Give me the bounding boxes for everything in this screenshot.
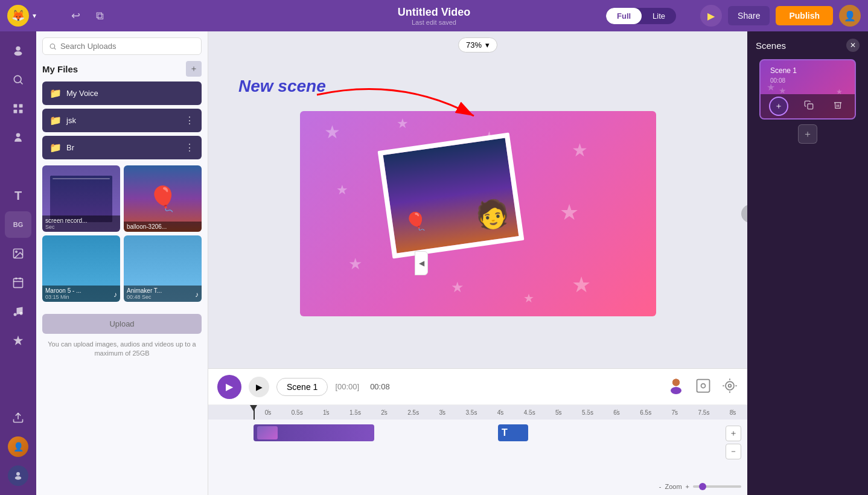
scene-card-1[interactable]: Scene 1 00:08 ★ ★ ★ ＋	[759, 59, 856, 120]
timeline-tracks[interactable]: T ＋ － - Zoom +	[208, 420, 747, 495]
canvas-scenes-area: 73% ▾ ★ ★ ★ ★ ★ ★ ★ ★ ★ ★ ★	[208, 31, 868, 495]
folder-jsk[interactable]: 📁 jsk ⋮	[42, 109, 202, 132]
svg-line-21	[54, 48, 56, 49]
media-label: balloon-3206...	[124, 222, 202, 232]
svg-point-25	[672, 378, 680, 386]
media-item-animaker[interactable]: Animaker T... 00:48 Sec ♪	[124, 235, 202, 302]
logo-caret[interactable]: ▾	[33, 11, 36, 20]
folder-icon: 📁	[49, 115, 62, 126]
sidebar-item-search[interactable]	[5, 66, 31, 93]
share-button[interactable]: Share	[728, 6, 770, 25]
folder-more-icon[interactable]: ⋮	[185, 142, 194, 153]
svg-point-15	[14, 313, 17, 316]
sidebar-item-media[interactable]	[5, 95, 31, 122]
sidebar-item-image[interactable]	[5, 240, 31, 267]
star-decoration: ★	[560, 202, 579, 223]
duplicate-scene-button[interactable]	[800, 97, 817, 113]
scenes-close-button[interactable]: ✕	[846, 39, 860, 52]
logo[interactable]: 🦊	[7, 5, 29, 27]
playhead[interactable]	[254, 405, 255, 420]
scene-card-name: Scene 1	[765, 64, 850, 77]
character-playback-icon[interactable]	[667, 378, 685, 396]
search-input[interactable]	[60, 42, 195, 51]
ruler-ticks: 0s 0.5s 1s 1.5s 2s 2.5s 3s 3.5s 4s 4.5s …	[208, 409, 747, 416]
svg-point-28	[726, 382, 734, 390]
scenes-title: Scenes	[756, 40, 786, 51]
sidebar-item-calendar[interactable]	[5, 269, 31, 296]
redo-button[interactable]: ⧉	[91, 7, 109, 25]
canvas-top-bar: 73% ▾	[208, 31, 747, 59]
folder-br[interactable]: 📁 Br ⋮	[42, 136, 202, 159]
my-files-title: My Files	[42, 64, 78, 74]
media-item-balloon[interactable]: 🎈 balloon-3206...	[124, 165, 202, 232]
mode-full-btn[interactable]: Full	[606, 8, 642, 24]
tick-2.5s: 2.5s	[399, 409, 428, 416]
text-track-clip[interactable]: T	[498, 424, 528, 441]
zoom-out-btn[interactable]: －	[726, 444, 741, 459]
tick-6s: 6s	[602, 409, 631, 416]
sidebar-item-bg[interactable]: BG	[5, 211, 31, 238]
sidebar-item-text[interactable]: T	[5, 182, 31, 209]
icon-sidebar: T BG 👤	[0, 31, 36, 495]
sidebar-user-avatar[interactable]: 👤	[5, 433, 31, 460]
preview-play-btn[interactable]: ▶	[700, 5, 722, 27]
sidebar-item-effects[interactable]	[5, 327, 31, 354]
user-avatar[interactable]: 👤	[839, 5, 861, 27]
tick-2s: 2s	[370, 409, 399, 416]
sidebar-user-icon[interactable]	[5, 462, 31, 489]
playback-icons	[667, 377, 738, 397]
svg-point-27	[701, 383, 706, 388]
folder-more-icon[interactable]: ⋮	[185, 115, 194, 126]
global-play-button[interactable]: ▶	[217, 375, 241, 399]
media-item-maroon5[interactable]: Maroon 5 - ... 03:15 Min ♪	[42, 235, 120, 302]
topbar: 🦊 ▾ ↩ ⧉ Untitled Video Last edit saved F…	[0, 0, 868, 31]
sidebar-item-avatar[interactable]	[5, 37, 31, 64]
upload-button[interactable]: Upload	[42, 314, 202, 334]
zoom-plus[interactable]: +	[686, 483, 689, 490]
delete-scene-button[interactable]	[829, 97, 846, 113]
scene-card-wrapper: Scene 1 00:08 ★ ★ ★ ＋	[747, 59, 868, 120]
video-title[interactable]: Untitled Video	[398, 6, 471, 19]
svg-rect-11	[14, 278, 23, 287]
zoom-indicator[interactable]: 73% ▾	[458, 37, 497, 53]
folder-my-voice[interactable]: 📁 My Voice	[42, 81, 202, 105]
sidebar-item-upload[interactable]	[5, 404, 31, 431]
canvas-frame[interactable]: ★ ★ ★ ★ ★ ★ ★ ★ ★ ★ ★ 🧑 🎈	[300, 111, 656, 316]
delete-icon	[833, 100, 843, 110]
mode-lite-btn[interactable]: Lite	[642, 8, 676, 24]
zoom-dropdown-icon: ▾	[485, 40, 490, 50]
camera-icon-btn[interactable]	[721, 377, 738, 397]
arrow-annotation	[311, 83, 492, 131]
sidebar-item-music[interactable]	[5, 298, 31, 325]
sidebar-item-props[interactable]	[5, 153, 31, 180]
collapse-panel-button[interactable]: ◀	[415, 251, 428, 275]
add-folder-button[interactable]: ＋	[186, 61, 202, 77]
undo-button[interactable]: ↩	[66, 7, 85, 25]
scene-settings-icon[interactable]	[695, 377, 712, 397]
timeline-section: ▶ ▶ Scene 1 [00:00] 00:08	[208, 368, 747, 495]
scene-play-button[interactable]: ▶	[249, 377, 269, 397]
add-new-scene-button[interactable]: ＋	[798, 124, 817, 144]
zoom-slider-thumb	[699, 483, 706, 490]
upload-wrapper: Upload	[36, 308, 208, 340]
svg-rect-4	[14, 104, 18, 108]
scene-card-actions: ＋	[761, 94, 855, 118]
search-icon	[49, 42, 57, 51]
tick-1.5s: 1.5s	[340, 409, 369, 416]
add-scene-center-button[interactable]: ＋	[741, 205, 747, 223]
sidebar-item-character[interactable]	[5, 124, 31, 151]
search-wrapper[interactable]	[42, 37, 202, 55]
scene-name: Scene 1	[276, 378, 328, 396]
svg-point-16	[20, 312, 23, 315]
publish-button[interactable]: Publish	[776, 6, 833, 25]
svg-point-29	[729, 384, 732, 387]
zoom-minus[interactable]: -	[659, 483, 662, 490]
zoom-in-btn[interactable]: ＋	[726, 426, 741, 441]
media-item-screen-record[interactable]: screen record... Sec	[42, 165, 120, 232]
duplicate-icon	[804, 100, 814, 110]
music-icon: ♪	[195, 290, 199, 299]
zoom-slider[interactable]	[693, 485, 741, 488]
video-track-clip[interactable]	[254, 424, 374, 441]
add-scene-button[interactable]: ＋	[769, 97, 788, 116]
settings-icon	[695, 377, 712, 394]
